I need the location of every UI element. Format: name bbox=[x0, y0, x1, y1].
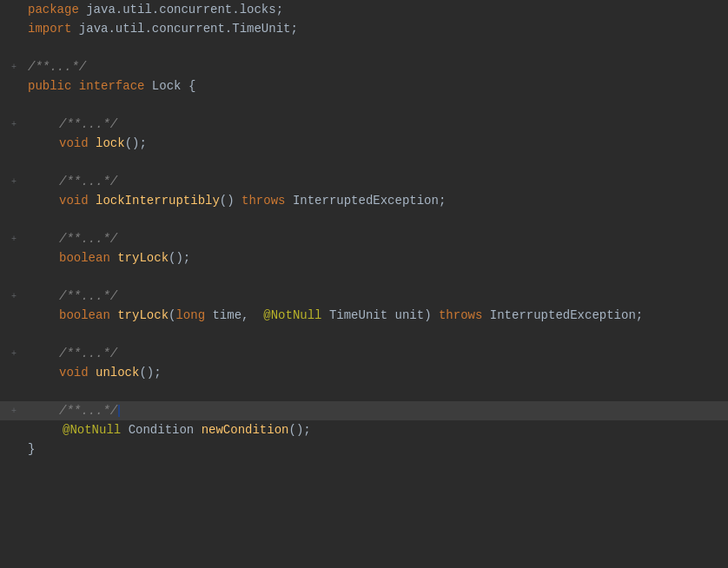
code-blank bbox=[24, 39, 728, 57]
fold-btn-4[interactable]: + bbox=[3, 232, 24, 246]
line-comment-5: + /**...*/ bbox=[0, 287, 728, 306]
line-unlock: void unlock(); bbox=[0, 363, 728, 382]
line-blank-4 bbox=[0, 210, 728, 229]
line-comment-1: + /**...*/ bbox=[0, 57, 728, 76]
line-blank-2 bbox=[0, 96, 728, 115]
line-lock: void lock(); bbox=[0, 134, 728, 153]
line-blank-7 bbox=[0, 382, 728, 401]
line-comment-6: + /**...*/ bbox=[0, 344, 728, 363]
line-trylock-long: boolean tryLock(long time, @NotNull Time… bbox=[0, 306, 728, 325]
fold-btn-5[interactable]: + bbox=[3, 289, 24, 303]
code-newcondition: @NotNull Condition newCondition(); bbox=[24, 421, 728, 439]
code-trylock-long: boolean tryLock(long time, @NotNull Time… bbox=[24, 307, 728, 325]
line-comment-4: + /**...*/ bbox=[0, 229, 728, 248]
code-blank bbox=[24, 211, 728, 229]
code-interface: public interface Lock { bbox=[24, 77, 728, 96]
line-blank-1 bbox=[0, 38, 728, 57]
fold-btn-6[interactable]: + bbox=[3, 347, 24, 360]
line-closing: } bbox=[0, 439, 728, 459]
line-interface: public interface Lock { bbox=[0, 76, 728, 96]
line-comment-7: + /**...*/ bbox=[0, 401, 728, 420]
code-blank bbox=[24, 154, 728, 172]
line-lockinterruptibly: void lockInterruptibly() throws Interrup… bbox=[0, 191, 728, 210]
code-closing: } bbox=[24, 440, 728, 459]
line-comment-2: + /**...*/ bbox=[0, 115, 728, 134]
code-unlock: void unlock(); bbox=[24, 364, 728, 382]
code-blank bbox=[24, 326, 728, 344]
code-comment-3: /**...*/ bbox=[24, 173, 728, 191]
code-comment-5: /**...*/ bbox=[24, 287, 728, 306]
code-editor: package java.util.concurrent.locks; impo… bbox=[0, 0, 728, 459]
line-blank-6 bbox=[0, 325, 728, 344]
code-package: package java.util.concurrent.locks; bbox=[24, 1, 728, 19]
code-comment-6: /**...*/ bbox=[24, 345, 728, 363]
code-trylock: boolean tryLock(); bbox=[24, 249, 728, 267]
fold-btn-2[interactable]: + bbox=[3, 117, 24, 131]
line-newcondition: @NotNull Condition newCondition(); bbox=[0, 420, 728, 439]
fold-btn-3[interactable]: + bbox=[3, 175, 24, 188]
code-blank bbox=[24, 96, 728, 115]
code-import: import java.util.concurrent.TimeUnit; bbox=[24, 20, 728, 38]
line-trylock: boolean tryLock(); bbox=[0, 248, 728, 267]
code-blank bbox=[24, 383, 728, 401]
code-comment-4: /**...*/ bbox=[24, 230, 728, 248]
fold-btn-7[interactable]: + bbox=[3, 404, 24, 418]
code-blank bbox=[24, 268, 728, 287]
fold-btn-1[interactable]: + bbox=[3, 60, 24, 74]
code-lockinterruptibly: void lockInterruptibly() throws Interrup… bbox=[24, 192, 728, 210]
line-comment-3: + /**...*/ bbox=[0, 172, 728, 191]
line-blank-5 bbox=[0, 267, 728, 287]
code-comment-1: /**...*/ bbox=[24, 58, 728, 76]
code-lock: void lock(); bbox=[24, 135, 728, 153]
line-package: package java.util.concurrent.locks; bbox=[0, 0, 728, 19]
code-comment-7: /**...*/ bbox=[24, 402, 728, 420]
line-blank-3 bbox=[0, 153, 728, 172]
code-comment-2: /**...*/ bbox=[24, 116, 728, 134]
line-import: import java.util.concurrent.TimeUnit; bbox=[0, 19, 728, 38]
